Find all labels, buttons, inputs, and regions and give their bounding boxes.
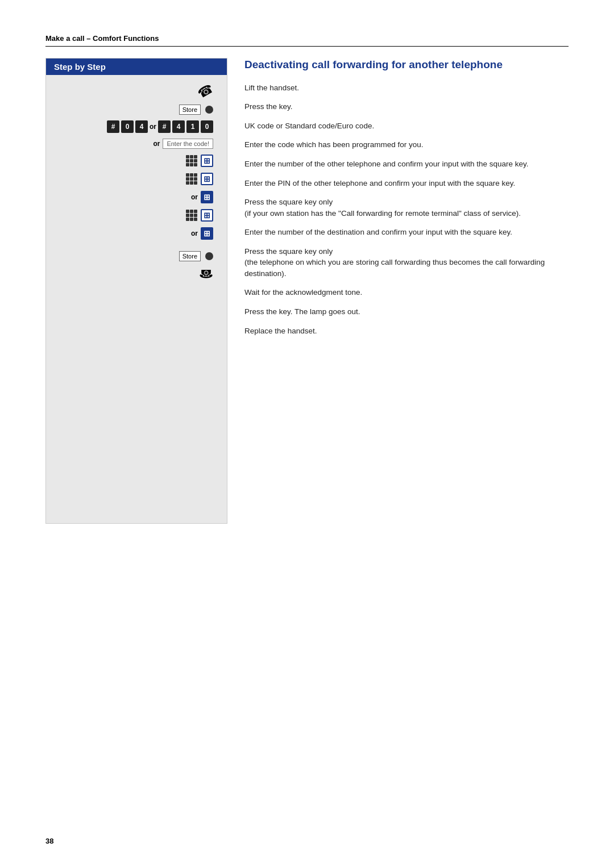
square-key-icon-3: ⊞ — [201, 191, 213, 203]
page: Make a call – Comfort Functions Step by … — [0, 0, 614, 868]
instruction-uk-code: UK code or Standard code/Euro code. — [244, 120, 569, 132]
square-key-icon-1: ⊞ — [201, 155, 213, 167]
instruction-text-7: Press the square key only(if your own st… — [244, 197, 569, 219]
or-text-4: or — [191, 229, 198, 237]
key-4-icon: 4 — [135, 120, 148, 133]
key-0-icon: 0 — [121, 120, 134, 133]
led-circle — [205, 106, 213, 114]
page-title: Deactivating call forwarding for another… — [244, 58, 569, 72]
step-by-step-box: Step by Step ☎ Store # 0 4 or # — [45, 58, 227, 524]
instruction-other-number: Enter the number of the other telephone … — [244, 158, 569, 170]
instruction-lift-handset: Lift the handset. — [244, 82, 569, 94]
right-column: Deactivating call forwarding for another… — [227, 58, 569, 524]
content-area: Step by Step ☎ Store # 0 4 or # — [45, 58, 569, 524]
square-key-icon-5: ⊞ — [201, 227, 213, 240]
left-column: Step by Step ☎ Store # 0 4 or # — [45, 58, 227, 524]
keypad-icon-2 — [186, 173, 197, 185]
key-4b-icon: 4 — [172, 120, 185, 133]
page-number: 38 — [45, 837, 53, 845]
square-key-icon-4: ⊞ — [201, 209, 213, 222]
instruction-text-12: Replace the handset. — [244, 326, 569, 337]
or-text-2: or — [153, 140, 160, 148]
or-text-3: or — [191, 193, 198, 201]
instruction-press-key-2: Press the key. The lamp goes out. — [244, 306, 569, 318]
instruction-text-11: Press the key. The lamp goes out. — [244, 306, 569, 318]
led-circle-2 — [205, 252, 213, 260]
keypad-icon-1 — [186, 155, 197, 166]
instruction-text-1: Lift the handset. — [244, 82, 569, 94]
instruction-enter-code: Enter the code which has been programmed… — [244, 139, 569, 151]
square-key-icon-2: ⊞ — [201, 173, 213, 185]
lift-handset-icon: ☎ — [195, 81, 215, 102]
enter-code-box: Enter the code! — [163, 139, 213, 149]
instruction-pin: Enter the PIN of the other telephone and… — [244, 178, 569, 189]
instruction-text-2: Press the key. — [244, 101, 569, 112]
section-header: Make a call – Comfort Functions — [45, 34, 569, 47]
instruction-text-10: Wait for the acknowledgment tone. — [244, 287, 569, 298]
replace-handset-icon: ☎ — [199, 267, 213, 281]
instruction-or-square-1: Press the square key only(if your own st… — [244, 197, 569, 219]
instruction-text-5: Enter the number of the other telephone … — [244, 158, 569, 170]
instruction-text-8: Enter the number of the destination and … — [244, 227, 569, 238]
key-1-icon: 1 — [186, 120, 199, 133]
instruction-replace-handset: Replace the handset. — [244, 326, 569, 337]
hash-key-icon: # — [107, 120, 119, 133]
hash-key2-icon: # — [158, 120, 171, 133]
instruction-wait-tone: Wait for the acknowledgment tone. — [244, 287, 569, 298]
store-button-icon-2: Store — [179, 251, 201, 261]
keypad-icon-3 — [186, 210, 197, 221]
instruction-text-3: UK code or Standard code/Euro code. — [244, 120, 569, 132]
instruction-text-4: Enter the code which has been programmed… — [244, 139, 569, 151]
instruction-destination: Enter the number of the destination and … — [244, 227, 569, 238]
step-by-step-header: Step by Step — [46, 59, 227, 75]
or-separator: or — [150, 123, 156, 131]
instruction-text-6: Enter the PIN of the other telephone and… — [244, 178, 569, 189]
key-0b-icon: 0 — [201, 120, 213, 133]
instruction-text-9: Press the square key only(the telephone … — [244, 246, 569, 279]
instruction-or-square-2: Press the square key only(the telephone … — [244, 246, 569, 279]
store-button-icon: Store — [179, 105, 201, 115]
instruction-press-key: Press the key. — [244, 101, 569, 112]
